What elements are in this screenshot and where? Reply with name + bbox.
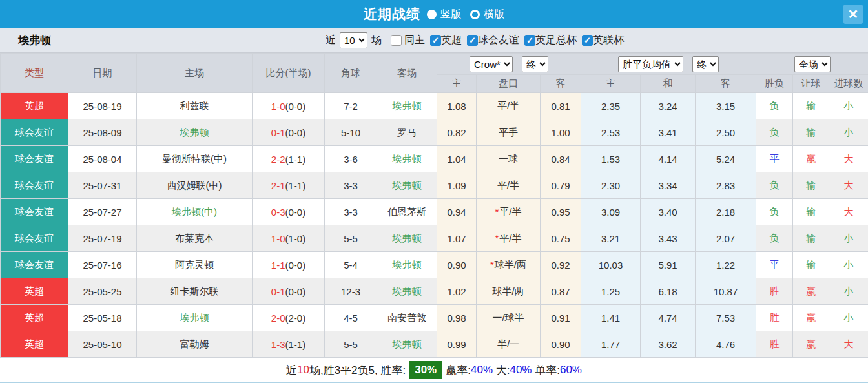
same-home-checkbox[interactable]: ✓ xyxy=(391,35,402,46)
handicap-line: 一球 xyxy=(499,153,518,164)
handicap-cell: *半/一 xyxy=(477,331,541,358)
goals-result: 小 xyxy=(829,278,868,305)
euro-draw-odds: 3.34 xyxy=(641,172,696,199)
subcol-handicap: 盘口 xyxy=(477,75,541,93)
match-type-badge: 球会友谊 xyxy=(1,225,68,252)
fulltime-score: 0-1 xyxy=(271,127,285,138)
asian-away-odds: 0.75 xyxy=(541,225,581,252)
team-name: 埃弗顿 xyxy=(18,33,51,48)
europe-state-select[interactable]: 终 xyxy=(692,56,719,72)
handicap-line: 平/半 xyxy=(499,233,521,243)
filter-controls: 近 10 场 ✓ 同主 ✓英超✓球会友谊✓英足总杯✓英联杯 xyxy=(322,32,624,48)
handicap-line: 平/半 xyxy=(497,100,519,111)
asian-home-odds: 1.08 xyxy=(437,93,477,119)
euro-home-odds: 2.30 xyxy=(581,172,641,199)
recent-count-select[interactable]: 10 xyxy=(340,32,367,48)
score-cell: 1-0(0-0) xyxy=(253,93,325,119)
halftime-score: (1-1) xyxy=(285,180,306,191)
competition-label: 英超 xyxy=(441,34,462,47)
handicap-line: 半/一 xyxy=(497,338,519,349)
bookmaker-state-select[interactable]: 终 xyxy=(522,56,548,72)
table-row: 球会友谊 25-07-16 阿克灵顿 1-1(0-0) 5-4 埃弗顿 0.90… xyxy=(1,252,868,278)
match-date: 25-08-04 xyxy=(68,146,137,172)
europe-odds-select[interactable]: 胜平负均值 xyxy=(618,56,683,72)
radio-icon[interactable] xyxy=(427,10,437,19)
layout-radio-horizontal[interactable]: 横版 xyxy=(470,8,504,21)
table-row: 球会友谊 25-08-09 埃弗顿 0-1(0-0) 5-10 罗马 0.82 … xyxy=(1,119,868,146)
match-date: 25-05-18 xyxy=(68,305,137,331)
euro-home-odds: 3.09 xyxy=(581,199,641,225)
corners: 5-10 xyxy=(325,119,377,146)
competition-checkbox[interactable]: ✓ xyxy=(467,35,478,46)
competition-checkbox[interactable]: ✓ xyxy=(582,35,593,46)
summary-segment: 30% xyxy=(409,361,442,379)
competition-label: 英足总杯 xyxy=(535,34,577,47)
handicap-result: 赢 xyxy=(793,278,829,305)
scope-select[interactable]: 全场 xyxy=(794,56,831,72)
table-row: 球会友谊 25-07-27 埃弗顿(中) 0-3(0-0) 3-3 伯恩茅斯 0… xyxy=(1,199,868,225)
corners: 3-3 xyxy=(325,199,377,225)
halftime-score: (0-0) xyxy=(285,101,306,112)
europe-odds-header: 胜平负均值 终 xyxy=(581,54,756,75)
col-type: 类型 xyxy=(1,54,68,93)
halftime-score: (1-0) xyxy=(285,233,306,244)
competition-checkbox[interactable]: ✓ xyxy=(430,35,441,46)
home-team: 纽卡斯尔联 xyxy=(137,278,253,305)
result: 胜 xyxy=(756,278,793,305)
competition-checkbox[interactable]: ✓ xyxy=(524,35,535,46)
goals-result: 大 xyxy=(829,199,868,225)
fulltime-score: 2-1 xyxy=(271,180,285,191)
fulltime-score: 1-3 xyxy=(271,339,285,350)
match-type-badge: 英超 xyxy=(1,331,68,358)
bookmaker-select[interactable]: Crow* xyxy=(470,56,513,72)
match-type-badge: 球会友谊 xyxy=(1,146,68,172)
match-type-badge: 球会友谊 xyxy=(1,119,68,146)
score-cell: 0-1(0-0) xyxy=(253,278,325,305)
asian-away-odds: 0.92 xyxy=(541,252,581,278)
home-team: 埃弗顿(中) xyxy=(137,199,253,225)
euro-away-odds: 2.83 xyxy=(696,172,756,199)
home-team: 布莱克本 xyxy=(137,225,253,252)
goals-result: 小 xyxy=(829,225,868,252)
euro-away-odds: 10.87 xyxy=(696,278,756,305)
score-cell: 1-1(0-0) xyxy=(253,252,325,278)
euro-draw-odds: 3.24 xyxy=(641,93,696,119)
asian-away-odds: 0.84 xyxy=(541,146,581,172)
scope-header: 全场 xyxy=(756,54,868,75)
away-team: 埃弗顿 xyxy=(377,93,437,119)
handicap-cell: *球半/两 xyxy=(477,252,541,278)
corners: 5-4 xyxy=(325,252,377,278)
col-score: 比分(半场) xyxy=(253,54,325,93)
handicap-result: 输 xyxy=(793,119,829,146)
table-row: 英超 25-08-19 利兹联 1-0(0-0) 7-2 埃弗顿 1.08 *平… xyxy=(1,93,868,119)
halftime-score: (0-0) xyxy=(285,260,306,271)
fulltime-score: 0-3 xyxy=(271,207,285,218)
recent-label: 近 xyxy=(326,34,336,47)
asian-home-odds: 1.07 xyxy=(437,225,477,252)
asian-home-odds: 1.02 xyxy=(437,278,477,305)
handicap-line: 一/球半 xyxy=(492,312,524,323)
result: 负 xyxy=(756,172,793,199)
result: 平 xyxy=(756,252,793,278)
titlebar: 近期战绩 竖版横版 ✕ xyxy=(0,0,868,28)
euro-home-odds: 1.41 xyxy=(581,305,641,331)
handicap-result: 赢 xyxy=(793,331,829,358)
home-team: 西汉姆联(中) xyxy=(137,172,253,199)
fulltime-score: 2-2 xyxy=(271,154,285,165)
euro-home-odds: 10.03 xyxy=(581,252,641,278)
subcol-asian-home: 主 xyxy=(437,75,477,93)
fulltime-score: 1-1 xyxy=(271,260,285,271)
radio-icon[interactable] xyxy=(470,10,480,19)
subcol-asian-away: 客 xyxy=(541,75,581,93)
handicap-cell: *一球 xyxy=(477,146,541,172)
col-home: 主场 xyxy=(137,54,253,93)
close-button[interactable]: ✕ xyxy=(843,5,863,24)
asian-away-odds: 0.95 xyxy=(541,199,581,225)
euro-draw-odds: 4.74 xyxy=(641,305,696,331)
asian-home-odds: 0.82 xyxy=(437,119,477,146)
euro-draw-odds: 5.91 xyxy=(641,252,696,278)
away-team: 埃弗顿 xyxy=(377,252,437,278)
handicap-star: * xyxy=(490,259,494,270)
layout-radio-vertical[interactable]: 竖版 xyxy=(427,8,461,21)
handicap-cell: *平/半 xyxy=(477,225,541,252)
